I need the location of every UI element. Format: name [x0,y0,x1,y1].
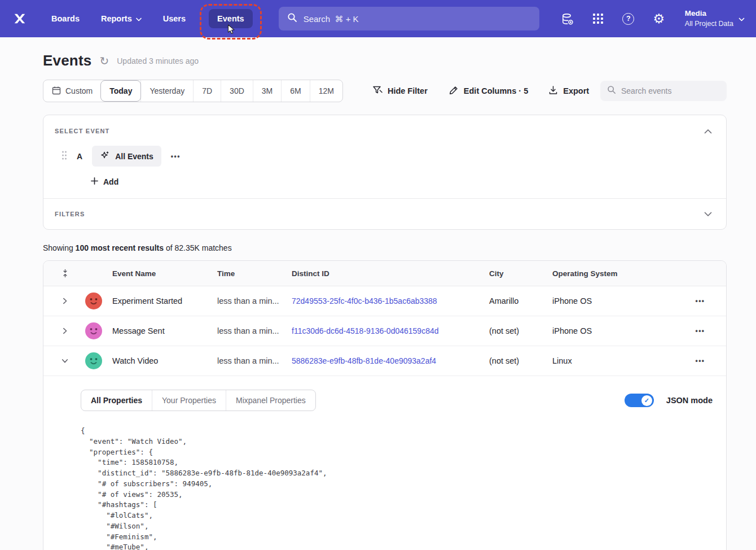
event-time-cell: less than a min... [215,296,289,305]
nav-item-label: Events [217,14,244,23]
export-label: Export [563,86,589,95]
search-icon [607,85,616,97]
tab-mixpanel-properties[interactable]: Mixpanel Properties [226,390,315,411]
select-event-label: SELECT EVENT [55,128,110,134]
column-header-os[interactable]: Operating System [550,269,683,278]
project-name: Media [685,8,733,19]
all-events-sparkle-icon [100,150,110,162]
date-button-label: 30D [230,86,244,95]
chevron-down-icon [136,14,142,23]
date-button-label: Custom [65,86,93,95]
event-selector-chip[interactable]: All Events [92,146,161,167]
toggle-knob: ✓ [641,395,652,406]
top-navbar: Boards Reports Users Events ? [0,0,756,37]
event-avatar [85,293,102,309]
nav-item-label: Reports [101,14,132,23]
download-icon [548,85,558,97]
date-button-6m[interactable]: 6M [281,80,309,102]
os-cell: iPhone OS [550,326,683,335]
distinct-id-link[interactable]: 72d49553-25fc-4f0c-b436-1b5ac6ab3388 [292,296,437,305]
expand-filters-button[interactable] [701,207,715,221]
collapse-row-button[interactable] [52,357,77,365]
check-icon: ✓ [644,397,649,404]
distinct-id-link[interactable]: 5886283e-e9fb-48fb-81de-40e9093a2af4 [292,356,436,365]
nav-item-label: Boards [51,14,80,23]
row-more-button[interactable]: ••• [683,328,717,334]
expand-row-button[interactable] [52,297,77,305]
hide-filter-label: Hide Filter [388,86,428,95]
collapse-all-rows-button[interactable] [52,269,77,278]
event-time-cell: less than a min... [215,356,289,365]
data-management-icon[interactable] [561,12,574,25]
nav-item-users[interactable]: Users [155,9,194,28]
export-button[interactable]: Export [548,85,589,97]
nav-item-boards[interactable]: Boards [43,9,88,28]
event-avatar [85,322,102,339]
date-button-3m[interactable]: 3M [253,80,281,102]
main-nav: Boards Reports Users Events [43,9,253,28]
tab-all-properties[interactable]: All Properties [81,390,152,411]
table-row-expanded[interactable]: Watch Video less than a min... 5886283e-… [43,346,726,376]
event-row-more-button[interactable]: ••• [171,153,181,160]
date-button-30d[interactable]: 30D [221,80,253,102]
column-header-time[interactable]: Time [215,269,289,278]
summary-count: 100 most recent results [76,243,164,252]
search-icon [287,12,297,25]
project-scope: All Project Data [685,19,733,29]
column-header-city[interactable]: City [487,269,550,278]
date-button-12m[interactable]: 12M [310,80,342,102]
event-time-cell: less than a min... [215,326,289,335]
search-events-box [600,81,727,101]
date-button-today[interactable]: Today [100,80,141,102]
date-button-yesterday[interactable]: Yesterday [140,80,193,102]
event-row-letter: A [77,152,82,161]
column-header-event-name[interactable]: Event Name [110,269,215,278]
event-name-cell: Watch Video [110,356,215,365]
plus-icon [91,177,98,186]
add-event-button[interactable]: Add [91,177,118,186]
results-summary: Showing 100 most recent results of 82.35… [43,243,727,252]
city-cell: (not set) [487,356,550,365]
summary-prefix: Showing [43,243,76,252]
column-header-distinct-id[interactable]: Distinct ID [289,269,487,278]
tab-your-properties[interactable]: Your Properties [152,390,226,411]
pencil-icon [449,85,459,97]
search-events-input[interactable] [621,86,723,95]
json-mode-label: JSON mode [666,396,713,405]
help-glyph: ? [622,13,634,25]
refresh-icon[interactable]: ↻ [99,55,109,67]
city-cell: (not set) [487,326,550,335]
city-cell: Amarillo [487,296,550,305]
properties-tabs: All Properties Your Properties Mixpanel … [81,390,316,411]
date-button-7d[interactable]: 7D [193,80,221,102]
json-mode-toggle[interactable]: ✓ [625,394,654,407]
date-button-label: 3M [262,86,272,95]
date-button-label: 7D [202,86,212,95]
edit-columns-button[interactable]: Edit Columns · 5 [449,85,528,97]
help-icon[interactable]: ? [622,12,635,25]
hide-filter-button[interactable]: Hide Filter [372,85,428,97]
row-more-button[interactable]: ••• [683,298,717,304]
settings-gear-icon[interactable]: ⚙ [652,12,666,25]
nav-item-reports[interactable]: Reports [93,9,150,28]
table-header-row: Event Name Time Distinct ID City Operati… [43,261,726,286]
date-button-label: 6M [290,86,301,95]
project-selector[interactable]: Media All Project Data [685,8,745,28]
date-button-custom[interactable]: Custom [43,80,101,102]
date-button-label: Yesterday [150,86,184,95]
mixpanel-logo-icon[interactable] [11,10,28,27]
distinct-id-link[interactable]: f11c30d6-dc6d-4518-9136-0d046159c84d [292,326,439,335]
date-range-picker: Custom Today Yesterday 7D 30D 3M 6M 12M [43,80,343,102]
row-more-button[interactable]: ••• [683,357,717,364]
collapse-section-button[interactable] [701,124,715,138]
filters-label: FILTERS [55,211,85,217]
drag-handle-icon[interactable] [61,151,67,162]
table-row[interactable]: Experiment Started less than a min... 72… [43,286,726,316]
apps-grid-icon[interactable] [591,12,605,25]
table-row[interactable]: Message Sent less than a min... f11c30d6… [43,316,726,346]
os-cell: iPhone OS [550,296,683,305]
os-cell: Linux [550,356,683,365]
global-search-input[interactable] [304,14,531,24]
expand-row-button[interactable] [52,327,77,335]
query-builder-card: SELECT EVENT A All Events ••• Add [43,115,727,230]
